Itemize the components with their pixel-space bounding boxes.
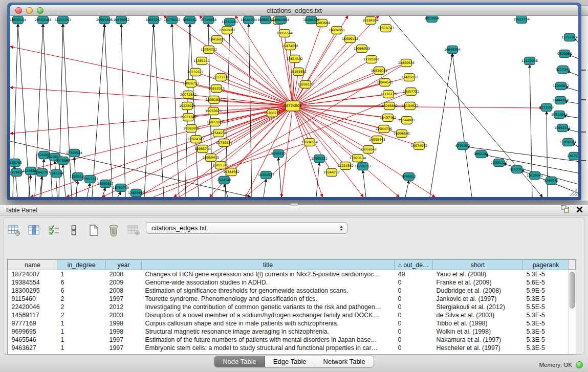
network-node[interactable]: 18044541 [377, 79, 393, 86]
network-node[interactable]: 16476652 [113, 16, 129, 24]
column-header-out-de-[interactable]: △out_de… [395, 260, 433, 270]
network-node[interactable]: 15692571 [554, 124, 571, 132]
network-node[interactable]: 19344727 [323, 169, 340, 177]
network-node[interactable]: 14595443 [369, 136, 385, 144]
network-node[interactable]: 19086053 [354, 45, 370, 53]
rows-icon[interactable] [67, 224, 80, 237]
network-node[interactable]: 9150362 [510, 166, 524, 173]
table-select-dropdown[interactable]: citations_edges.txt [146, 222, 347, 234]
network-node[interactable]: 18724007 [284, 101, 302, 111]
network-node[interactable]: 12116176 [380, 91, 397, 98]
network-node[interactable]: 12754702 [201, 46, 217, 54]
network-node[interactable]: 9862183 [474, 150, 488, 158]
network-node[interactable]: 20072852 [180, 91, 197, 99]
table-row[interactable]: 1830029562008Estimation of significance … [8, 287, 569, 295]
network-node[interactable]: 16224024 [179, 102, 195, 110]
network-node[interactable]: 10719938 [200, 16, 216, 24]
table-row[interactable]: 969969511998Structural magnetic resonanc… [8, 327, 569, 336]
table-columns-icon[interactable] [27, 224, 40, 237]
network-node[interactable]: 16816013 [371, 67, 387, 75]
panel-drag-handle[interactable] [290, 203, 298, 206]
network-node[interactable]: 20553184 [35, 16, 51, 24]
table-row[interactable]: 977716911998Corpus callosum shape and si… [8, 319, 569, 327]
tab-network-table[interactable]: Network Table [315, 356, 374, 367]
network-node[interactable]: 11544901 [399, 117, 415, 124]
network-node[interactable]: 18639154 [10, 16, 26, 24]
network-node[interactable]: 12224562 [337, 162, 354, 170]
network-node[interactable]: 9227343 [556, 66, 570, 74]
close-window-icon[interactable] [15, 7, 22, 14]
network-node[interactable]: 15474058 [282, 42, 298, 50]
close-panel-icon[interactable] [576, 206, 583, 215]
network-node[interactable]: 9245042 [544, 177, 558, 185]
network-node[interactable]: 19034951 [329, 27, 345, 34]
network-node[interactable]: 22044736 [376, 125, 392, 133]
network-node[interactable]: 12444159 [552, 97, 569, 104]
network-node[interactable]: 7524542 [217, 177, 231, 184]
network-node[interactable]: 12510743 [378, 25, 394, 32]
network-node[interactable]: 9245012 [402, 173, 416, 181]
network-node[interactable]: 16210643 [551, 111, 568, 119]
network-node[interactable]: 15923724 [513, 16, 530, 24]
network-node[interactable]: 8215953 [539, 104, 554, 112]
minimize-window-icon[interactable] [26, 7, 33, 14]
new-table-icon[interactable] [87, 224, 100, 237]
network-canvas[interactable]: 1872400722068007184168211275470211381111… [10, 16, 578, 197]
column-header-short[interactable]: short [433, 260, 523, 270]
zoom-window-icon[interactable] [37, 7, 43, 14]
column-header-title[interactable]: title [142, 260, 395, 270]
resize-grip-icon[interactable] [570, 189, 577, 196]
scrollbar-thumb[interactable] [570, 272, 575, 309]
network-node[interactable]: 17924342 [188, 136, 204, 143]
network-node[interactable]: 10653267 [145, 16, 162, 24]
import-table-icon[interactable] [127, 224, 140, 237]
network-node[interactable]: 9329966 [557, 50, 572, 58]
network-node[interactable]: 15056542 [360, 146, 377, 154]
network-node[interactable]: 15836137 [297, 81, 314, 89]
network-node[interactable]: 16648784 [444, 46, 461, 54]
network-node[interactable]: 1145194 [49, 170, 63, 178]
table-row[interactable]: 946554611997Estimation of the future num… [8, 336, 569, 344]
network-node[interactable]: 13595817 [97, 180, 114, 188]
tab-edge-table[interactable]: Edge Table [265, 356, 315, 367]
network-node[interactable]: 6466162 [183, 16, 197, 24]
tab-node-table[interactable]: Node Table [214, 356, 265, 367]
network-node[interactable]: 15753281 [222, 18, 238, 26]
network-node[interactable]: 18184304 [362, 17, 379, 25]
float-panel-icon[interactable] [561, 205, 569, 215]
network-node[interactable]: 10674972 [411, 142, 427, 150]
network-node[interactable]: 12923446 [128, 189, 144, 197]
table-panel-header[interactable]: Table Panel [0, 205, 588, 215]
network-node[interactable]: 16906131 [342, 35, 358, 43]
network-node[interactable]: 19357751 [403, 88, 419, 96]
network-node[interactable]: 12093832 [553, 82, 569, 90]
table-row[interactable]: 2242004622012Investigating the contribut… [8, 303, 569, 311]
network-node[interactable]: 16104622 [402, 102, 418, 110]
network-node[interactable]: 16996595 [394, 130, 410, 138]
network-node[interactable]: 1367533 [567, 152, 578, 160]
network-node[interactable]: 9155705 [10, 159, 22, 167]
column-header-in-degree[interactable]: in_degree [57, 260, 106, 270]
table-row[interactable]: 1938455462009Genome-wide association stu… [8, 278, 569, 287]
network-node[interactable]: 17485033 [401, 74, 418, 81]
network-node[interactable]: 20732627 [187, 69, 204, 76]
column-header-pagerank[interactable]: pagerank [523, 260, 569, 270]
network-node[interactable]: 18544034 [241, 16, 257, 24]
column-header-year[interactable]: year [106, 260, 142, 270]
network-node[interactable]: 16782759 [113, 184, 129, 192]
network-node[interactable]: 24850635 [398, 59, 415, 67]
table-vertical-scrollbar[interactable] [568, 270, 576, 354]
network-node[interactable]: 9156320 [271, 150, 286, 158]
table-row[interactable]: 946362711997Embryonic stem cells: a mode… [8, 344, 569, 352]
network-node[interactable]: 19026751 [183, 80, 199, 87]
column-header-name[interactable]: name [8, 260, 57, 270]
network-node[interactable]: 16959415 [203, 154, 219, 162]
network-node[interactable]: 15497462 [380, 114, 396, 122]
network-node[interactable]: 17016504 [560, 139, 576, 146]
network-node[interactable]: 8813054 [425, 16, 439, 23]
delete-table-icon[interactable] [107, 224, 120, 237]
network-node[interactable]: 3319425 [10, 169, 24, 177]
table-row[interactable]: 911546021997Tourette syndrome. Phenomeno… [8, 295, 569, 303]
network-node[interactable]: 6791930 [455, 142, 470, 150]
network-node[interactable]: 16046862 [381, 102, 398, 110]
